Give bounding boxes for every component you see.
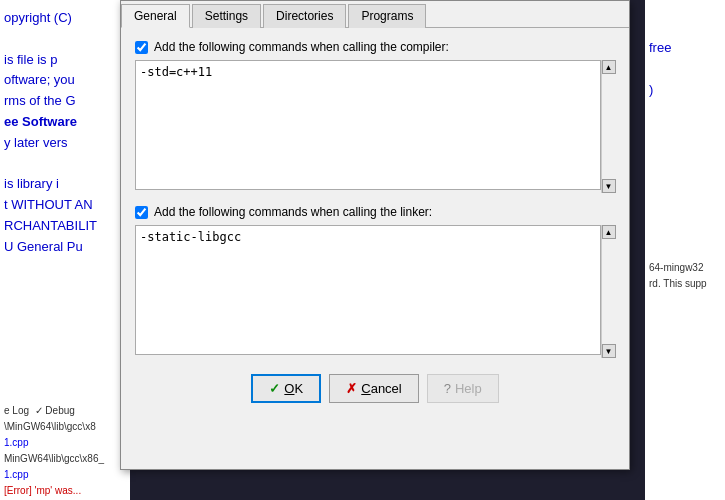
tab-bar: General Settings Directories Programs — [121, 1, 629, 28]
code-line: MinGW64\lib\gcc\x86_ — [4, 451, 126, 467]
code-line: y later vers — [4, 133, 126, 154]
linker-checkbox-row: Add the following commands when calling … — [135, 205, 615, 219]
code-line: e Log ✓ Debug — [4, 403, 126, 419]
code-line — [4, 341, 126, 362]
code-line — [4, 320, 126, 341]
help-question-icon: ? — [444, 381, 451, 396]
tab-general[interactable]: General — [121, 4, 190, 28]
ok-label: OK — [284, 381, 303, 396]
code-line: is file is p — [4, 50, 126, 71]
compiler-checkbox-label: Add the following commands when calling … — [154, 40, 449, 54]
code-line — [4, 29, 126, 50]
ok-check-icon: ✓ — [269, 381, 280, 396]
compiler-options-dialog: General Settings Directories Programs Ad… — [120, 0, 630, 470]
left-code-panel: opyright (C) is file is p oftware; you r… — [0, 0, 130, 500]
code-line: rms of the G — [4, 91, 126, 112]
linker-textarea-wrapper: ▲ ▼ — [135, 225, 615, 358]
compiler-checkbox[interactable] — [135, 41, 148, 54]
right-line: free — [649, 38, 721, 59]
compiler-textarea-wrapper: ▲ ▼ — [135, 60, 615, 193]
code-line: [Error] 'mp' was... — [4, 483, 126, 499]
compiler-scrollbar[interactable]: ▲ ▼ — [601, 60, 615, 193]
tab-directories[interactable]: Directories — [263, 4, 346, 28]
code-line — [4, 278, 126, 299]
right-line: ) — [649, 80, 721, 101]
ok-button[interactable]: ✓ OK — [251, 374, 321, 403]
cancel-button[interactable]: ✗ Cancel — [329, 374, 418, 403]
cancel-cross-icon: ✗ — [346, 381, 357, 396]
linker-scrollbar-up-arrow[interactable]: ▲ — [602, 225, 616, 239]
right-code-panel: free ) 64-mingw32 rd. This supp — [645, 0, 725, 500]
help-button[interactable]: ? Help — [427, 374, 499, 403]
code-line: is library i — [4, 174, 126, 195]
help-label: Help — [455, 381, 482, 396]
scrollbar-down-arrow[interactable]: ▼ — [602, 179, 616, 193]
code-line: 1.cpp — [4, 435, 126, 451]
code-line: opyright (C) — [4, 8, 126, 29]
code-line: 1.cpp — [4, 467, 126, 483]
code-line: oftware; you — [4, 70, 126, 91]
right-line: rd. This supp — [649, 276, 721, 292]
scrollbar-up-arrow[interactable]: ▲ — [602, 60, 616, 74]
compiler-checkbox-row: Add the following commands when calling … — [135, 40, 615, 54]
linker-scrollbar[interactable]: ▲ ▼ — [601, 225, 615, 358]
linker-scrollbar-down-arrow[interactable]: ▼ — [602, 344, 616, 358]
linker-textarea[interactable] — [135, 225, 601, 355]
linker-checkbox-label: Add the following commands when calling … — [154, 205, 432, 219]
code-line — [4, 258, 126, 279]
code-line: RCHANTABILIT — [4, 216, 126, 237]
code-line: \MinGW64\lib\gcc\x8 — [4, 419, 126, 435]
linker-checkbox[interactable] — [135, 206, 148, 219]
cancel-label: Cancel — [361, 381, 401, 396]
code-line — [4, 362, 126, 383]
code-line — [4, 299, 126, 320]
dialog-content: Add the following commands when calling … — [121, 28, 629, 415]
code-line — [4, 382, 126, 403]
compiler-textarea[interactable] — [135, 60, 601, 190]
tab-programs[interactable]: Programs — [348, 4, 426, 28]
right-line: 64-mingw32 — [649, 260, 721, 276]
code-line — [4, 154, 126, 175]
code-line: U General Pu — [4, 237, 126, 258]
code-line: ee Software — [4, 112, 126, 133]
code-line: t WITHOUT AN — [4, 195, 126, 216]
tab-settings[interactable]: Settings — [192, 4, 261, 28]
dialog-buttons: ✓ OK ✗ Cancel ? Help — [135, 374, 615, 403]
right-line — [649, 59, 721, 80]
